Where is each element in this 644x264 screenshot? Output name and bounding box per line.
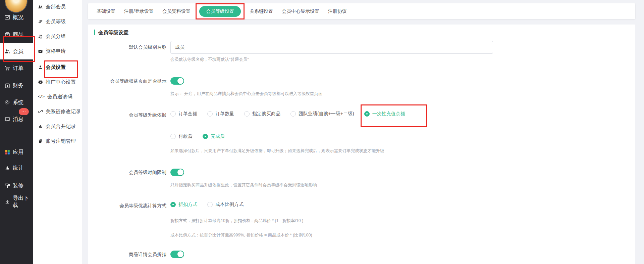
- detail-discount-switch[interactable]: [170, 251, 184, 258]
- default-level-name-input[interactable]: [170, 41, 493, 54]
- radio-circle: [203, 134, 208, 139]
- radio-after-completion[interactable]: 完成后: [203, 133, 225, 139]
- switch-knob: [177, 169, 183, 175]
- submenu-item-member-group[interactable]: 会员分组: [33, 31, 82, 42]
- settings-tabbar: 基础设置 注册/登录设置 会员资料设置 会员等级设置 关系链设置 会员中心显示设…: [88, 3, 635, 19]
- radio-circle: [170, 202, 176, 207]
- download-icon: [4, 199, 10, 205]
- detail-discount-label: 商品详情会员折扣: [88, 251, 166, 258]
- gear-filled-icon: [38, 80, 43, 85]
- radio-label: 完成后: [211, 133, 225, 139]
- sort-az-icon: [38, 34, 43, 39]
- time-limit-hint: 只对指定购买商品升级依据生效，设置其它条件时会员等级不会受到该选项影响: [170, 182, 317, 188]
- submenu-item-label: 会员设置: [46, 64, 66, 71]
- radio-order-amount[interactable]: 订单金额: [170, 111, 197, 117]
- finance-icon: [4, 83, 10, 89]
- radio-discount-mode[interactable]: 折扣方式: [170, 202, 197, 208]
- radio-circle: [290, 111, 296, 117]
- person-icon: [38, 65, 43, 70]
- radio-cost-ratio-mode[interactable]: 成本比例方式: [207, 202, 244, 208]
- tab-registration-agreement[interactable]: 注册协议: [328, 8, 347, 14]
- submenu-item-member-settings[interactable]: 会员设置: [33, 62, 82, 73]
- sidebar-item-label: 财务: [13, 82, 23, 89]
- submenu-item-label: 会员分组: [46, 33, 66, 40]
- goods-icon: [4, 32, 10, 38]
- copy-file-icon: [38, 139, 43, 144]
- radio-label: 付款后: [178, 133, 193, 139]
- radio-label: 一次性充值余额: [372, 111, 405, 117]
- time-limit-switch[interactable]: [170, 169, 184, 176]
- switch-knob: [177, 78, 183, 84]
- message-icon: [4, 116, 10, 122]
- radio-label: 指定购买商品: [252, 111, 280, 117]
- submenu-item-promotion-center-settings[interactable]: 推广中心设置: [33, 77, 82, 87]
- sidebar-item-label: 导出下载: [13, 195, 33, 209]
- submenu-item-label: 推广中心设置: [46, 79, 76, 85]
- discount-mode-options: 折扣方式 成本比例方式: [170, 202, 244, 208]
- sidebar-item-label: 装修: [13, 182, 23, 189]
- sidebar-item-apps[interactable]: 应用: [0, 147, 33, 158]
- sidebar-item-messages[interactable]: 消息: [0, 114, 33, 125]
- radio-label: 订单金额: [178, 111, 197, 117]
- users-icon: [38, 4, 43, 9]
- radio-team-performance[interactable]: 团队业绩(自购+一级+二级): [290, 111, 354, 117]
- radio-specified-goods[interactable]: 指定购买商品: [244, 111, 280, 117]
- tab-member-profile-settings[interactable]: 会员资料设置: [162, 8, 191, 14]
- sidebar-item-goods[interactable]: 商品: [0, 29, 33, 40]
- sidebar-item-label: 消息: [13, 116, 23, 123]
- radio-label: 成本比例方式: [215, 202, 244, 208]
- tab-member-center-display-settings[interactable]: 会员中心显示设置: [282, 8, 319, 14]
- tab-register-login-settings[interactable]: 注册/登录设置: [124, 8, 154, 14]
- sidebar-item-decoration[interactable]: 装修: [0, 180, 33, 191]
- radio-circle: [244, 111, 250, 117]
- benefit-page-switch[interactable]: [170, 77, 184, 85]
- messages-badge: ···: [19, 108, 29, 115]
- sidebar-item-statistics[interactable]: 统计: [0, 163, 33, 173]
- tab-basic-settings[interactable]: 基础设置: [97, 8, 115, 14]
- submenu-item-account-cancellation[interactable]: 账号注销管理: [33, 136, 82, 146]
- sidebar-item-system[interactable]: 系统: [0, 97, 33, 108]
- radio-label: 团队业绩(自购+一级+二级): [299, 111, 354, 117]
- submenu-item-label: 会员邀请码: [47, 94, 72, 100]
- gear-icon: [4, 99, 10, 105]
- submenu-item-member-invite-code[interactable]: </> 会员邀请码: [33, 91, 82, 102]
- sidebar-item-overview[interactable]: 概况: [0, 12, 33, 23]
- avatar[interactable]: [5, 0, 27, 12]
- tab-relation-chain-settings[interactable]: 关系链设置: [250, 8, 273, 14]
- sidebar-item-members[interactable]: 会员: [0, 46, 33, 57]
- tab-member-level-settings[interactable]: 会员等级设置: [199, 6, 241, 17]
- default-level-name-label: 默认会员级别名称: [88, 44, 166, 50]
- submenu-item-label: 账号注销管理: [46, 138, 76, 144]
- submenu-item-all-members[interactable]: 全部会员: [33, 1, 82, 12]
- annotated-option-wrap: 一次性充值余额: [364, 111, 405, 117]
- submenu-item-member-level[interactable]: 会员等级: [33, 16, 82, 27]
- sidebar-item-label: 统计: [13, 165, 23, 172]
- radio-order-count[interactable]: 订单数量: [207, 111, 234, 117]
- radio-one-time-recharge-balance[interactable]: 一次性充值余额: [364, 111, 405, 117]
- upgrade-basis-label: 会员等级升级依据: [88, 112, 166, 118]
- sidebar-item-label: 系统: [13, 99, 23, 106]
- submenu-item-member-merge-log[interactable]: 会员合并记录: [33, 121, 82, 132]
- radio-circle: [364, 111, 370, 117]
- member-icon: [4, 48, 10, 54]
- benefit-page-hint: 提示： 开启，用户在商品详情页和会员中心点击会员等级都可以进入等级权益页面: [170, 91, 322, 97]
- submenu-item-label: 全部会员: [46, 4, 66, 10]
- radio-circle: [207, 111, 213, 117]
- sidebar-item-export[interactable]: 导出下载: [0, 196, 33, 207]
- link-icon: [38, 109, 43, 114]
- radio-label: 订单数量: [215, 111, 234, 117]
- upgrade-basis-hint: 如果选择付款后，只要用户下单付款满足升级依据，即可升级；如果选择完成后，则表示需…: [170, 148, 384, 154]
- radio-label: 折扣方式: [178, 202, 197, 208]
- paint-roller-icon: [4, 183, 10, 189]
- submenu-item-qualification-apply[interactable]: 资格申请: [33, 46, 82, 56]
- submenu-item-relation-chain-log[interactable]: 关系链修改记录: [33, 106, 82, 117]
- code-icon: </>: [38, 95, 45, 99]
- submenu-item-label: 会员等级: [46, 18, 66, 25]
- radio-after-payment[interactable]: 付款后: [170, 133, 193, 139]
- sidebar-item-finance[interactable]: 财务: [0, 80, 33, 91]
- sidebar-item-orders[interactable]: 订单: [0, 63, 33, 74]
- discount-mode-hint1: 折扣方式：按打折计算最高10折，折扣价格= 商品现价 * (1 - 折扣率/10…: [170, 218, 303, 224]
- overview-icon: [4, 14, 10, 20]
- main-sidebar: 概况 商品 会员 订单 财务 系统 消息 ··· 应用 统计 装修 导出下载: [0, 0, 33, 264]
- apps-icon: [4, 149, 10, 155]
